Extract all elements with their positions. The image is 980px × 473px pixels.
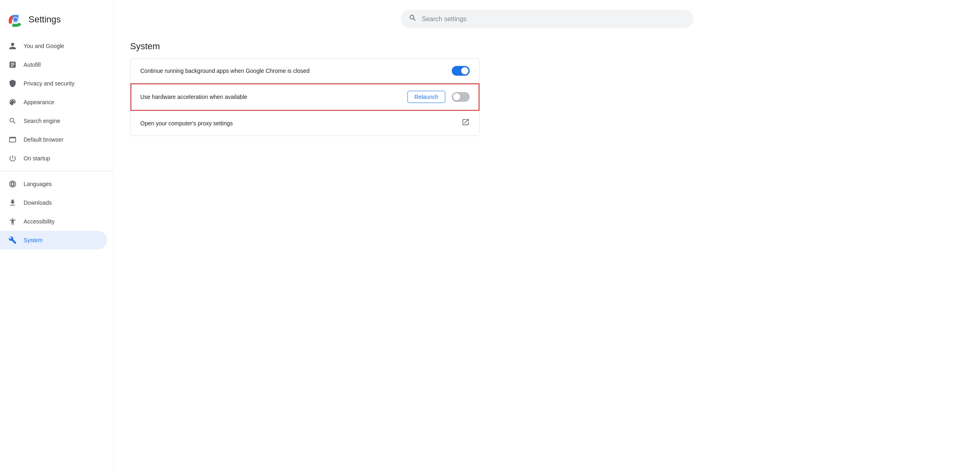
settings-row-background-apps: Continue running background apps when Go… [131,59,479,83]
search-input[interactable] [422,15,685,23]
sidebar-item-search-engine[interactable]: Search engine [0,112,107,130]
toggle-track [452,66,470,76]
toggle-knob [453,93,460,101]
sidebar-item-label: Appearance [24,99,54,105]
shield-icon [8,79,17,88]
row-controls-proxy-settings [462,118,470,128]
sidebar-divider [0,171,113,171]
hardware-acceleration-label: Use hardware acceleration when available [140,94,407,100]
sidebar-item-label: On startup [24,155,50,162]
hardware-acceleration-toggle[interactable] [452,92,470,102]
settings-row-hardware-acceleration: Use hardware acceleration when available… [131,83,479,111]
row-controls-hardware-acceleration: Relaunch [407,91,470,103]
search-bar-container [130,10,964,28]
toggle-track [452,92,470,102]
article-icon [8,60,17,69]
sidebar-item-privacy-and-security[interactable]: Privacy and security [0,74,107,93]
sidebar-item-system[interactable]: System [0,231,107,250]
proxy-settings-label: Open your computer's proxy settings [140,120,462,127]
search-icon [8,116,17,125]
sidebar-item-label: Autofill [24,61,41,68]
sidebar-item-label: System [24,237,43,243]
globe-icon [8,180,17,188]
sidebar-item-you-and-google[interactable]: You and Google [0,37,107,55]
settings-row-proxy-settings: Open your computer's proxy settings [131,111,479,136]
svg-point-3 [13,18,18,22]
section-title: System [130,41,964,52]
settings-card: Continue running background apps when Go… [130,58,480,136]
main-content: System Continue running background apps … [114,0,980,473]
person-icon [8,42,17,50]
accessibility-icon [8,217,17,226]
search-bar [401,10,693,28]
sidebar-item-on-startup[interactable]: On startup [0,149,107,168]
sidebar-item-label: Languages [24,181,52,187]
sidebar-item-label: Accessibility [24,218,54,225]
power-icon [8,154,17,163]
sidebar-item-default-browser[interactable]: Default browser [0,130,107,149]
toggle-knob [461,67,468,74]
relaunch-button[interactable]: Relaunch [407,91,445,103]
sidebar-item-label: Search engine [24,118,60,124]
chrome-logo [8,12,23,27]
row-controls-background-apps [452,66,470,76]
sidebar: Settings You and Google Autofill Privacy… [0,0,114,473]
palette-icon [8,98,17,107]
sidebar-item-autofill[interactable]: Autofill [0,55,107,74]
browser-icon [8,135,17,144]
sidebar-item-label: You and Google [24,43,64,49]
download-icon [8,198,17,207]
sidebar-item-appearance[interactable]: Appearance [0,93,107,112]
search-icon [409,14,417,24]
background-apps-label: Continue running background apps when Go… [140,68,452,74]
app-title: Settings [28,14,61,25]
wrench-icon [8,236,17,245]
sidebar-item-label: Privacy and security [24,80,74,87]
background-apps-toggle[interactable] [452,66,470,76]
sidebar-item-languages[interactable]: Languages [0,175,107,193]
sidebar-item-downloads[interactable]: Downloads [0,193,107,212]
sidebar-item-accessibility[interactable]: Accessibility [0,212,107,231]
sidebar-header: Settings [0,8,113,37]
sidebar-item-label: Default browser [24,136,63,143]
sidebar-item-label: Downloads [24,199,52,206]
external-link-icon[interactable] [462,118,470,128]
